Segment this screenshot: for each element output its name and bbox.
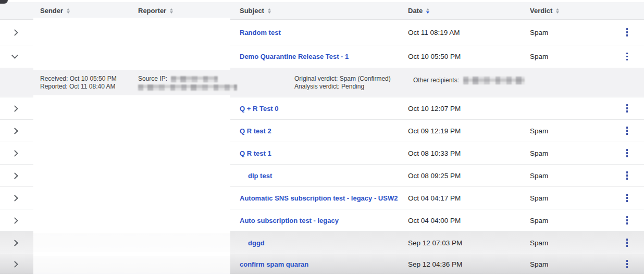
kebab-menu-icon[interactable] bbox=[622, 214, 632, 227]
detail-source-ip-label: Source IP: bbox=[138, 75, 167, 83]
column-header-date[interactable]: Date bbox=[402, 7, 524, 15]
subject-link[interactable]: Q R test 1 bbox=[233, 149, 402, 157]
table-row[interactable]: dggd Sep 12 07:03 PM Spam bbox=[0, 232, 644, 254]
date-value: Oct 11 08:19 AM bbox=[402, 29, 524, 36]
chevron-right-icon[interactable] bbox=[11, 150, 18, 157]
detail-reported: Reported: Oct 11 08:40 AM bbox=[40, 83, 117, 91]
column-header-sender[interactable]: Sender bbox=[31, 7, 132, 15]
redacted-other-recipients bbox=[463, 77, 525, 84]
table-row[interactable]: Q R test 2 Oct 09 12:19 PM Spam bbox=[0, 120, 644, 142]
chevron-right-icon[interactable] bbox=[11, 217, 18, 224]
verdict-value: Spam bbox=[524, 53, 610, 60]
column-label-sender: Sender bbox=[40, 7, 63, 15]
verdict-value: Spam bbox=[524, 172, 610, 180]
chevron-right-icon[interactable] bbox=[11, 195, 18, 202]
table-row-expanded[interactable]: Demo Quarantine Release Test - 1 Oct 10 … bbox=[0, 45, 644, 68]
expanded-detail-panel: Received: Oct 10 05:50 PM Reported: Oct … bbox=[0, 68, 644, 97]
date-value: Oct 08 09:25 PM bbox=[402, 172, 524, 180]
date-value: Oct 10 12:07 PM bbox=[402, 105, 524, 113]
table-row[interactable]: Random test Oct 11 08:19 AM Spam bbox=[0, 20, 644, 45]
sort-icon[interactable] bbox=[556, 8, 559, 14]
date-value: Oct 08 10:33 PM bbox=[402, 149, 524, 157]
verdict-value: Spam bbox=[524, 149, 610, 157]
chevron-right-icon[interactable] bbox=[11, 240, 18, 246]
column-header-subject[interactable]: Subject bbox=[233, 7, 402, 15]
subject-link[interactable]: confirm spam quaran bbox=[233, 260, 402, 268]
table-row[interactable]: confirm spam quaran Sep 12 04:36 PM Spam bbox=[0, 254, 644, 274]
verdict-value: Spam bbox=[524, 194, 610, 202]
chevron-down-icon[interactable] bbox=[11, 52, 18, 59]
column-header-reporter[interactable]: Reporter bbox=[132, 7, 233, 15]
chevron-right-icon[interactable] bbox=[11, 128, 18, 134]
column-header-verdict[interactable]: Verdict bbox=[524, 7, 610, 15]
redacted-source-ip-line2 bbox=[138, 84, 237, 91]
top-strip bbox=[0, 0, 644, 2]
verdict-value: Spam bbox=[524, 29, 610, 36]
subject-link[interactable]: dlp test bbox=[233, 172, 402, 180]
subject-link[interactable]: Q R test 2 bbox=[233, 127, 402, 135]
table-row[interactable]: Automatic SNS subscription test - legacy… bbox=[0, 187, 644, 209]
table-row[interactable]: dlp test Oct 08 09:25 PM Spam bbox=[0, 165, 644, 187]
kebab-menu-icon[interactable] bbox=[622, 124, 632, 138]
detail-original-verdict: Original verdict: Spam (Confirmed) bbox=[294, 75, 391, 83]
subject-link[interactable]: Demo Quarantine Release Test - 1 bbox=[233, 53, 402, 60]
kebab-menu-icon[interactable] bbox=[622, 169, 632, 182]
kebab-menu-icon[interactable] bbox=[622, 50, 632, 64]
column-label-reporter: Reporter bbox=[138, 7, 166, 15]
subject-link[interactable]: Random test bbox=[233, 29, 402, 36]
detail-other-recipients-label: Other recipients: bbox=[413, 77, 459, 84]
date-value: Sep 12 07:03 PM bbox=[402, 239, 524, 247]
kebab-menu-icon[interactable] bbox=[622, 236, 632, 249]
sort-icon-active-desc[interactable] bbox=[426, 8, 429, 14]
date-value: Oct 04 04:00 PM bbox=[402, 217, 524, 224]
kebab-menu-icon[interactable] bbox=[622, 26, 632, 39]
verdict-value: Spam bbox=[524, 260, 610, 268]
chevron-right-icon[interactable] bbox=[11, 261, 18, 268]
verdict-value: Spam bbox=[524, 127, 610, 135]
table-row[interactable]: Auto subscription test - legacy Oct 04 0… bbox=[0, 209, 644, 232]
column-label-date: Date bbox=[408, 7, 423, 15]
date-value: Sep 12 04:36 PM bbox=[402, 260, 524, 268]
subject-link[interactable]: Auto subscription test - legacy bbox=[233, 217, 402, 224]
redacted-source-ip bbox=[171, 76, 218, 82]
chevron-right-icon[interactable] bbox=[11, 29, 18, 36]
sort-icon[interactable] bbox=[268, 8, 271, 14]
verdict-value: Spam bbox=[524, 217, 610, 224]
detail-received: Received: Oct 10 05:50 PM bbox=[40, 75, 117, 83]
date-value: Oct 09 12:19 PM bbox=[402, 127, 524, 135]
sort-icon[interactable] bbox=[67, 8, 70, 14]
subject-link[interactable]: Q + R Test 0 bbox=[233, 105, 402, 113]
table-row[interactable]: Q + R Test 0 Oct 10 12:07 PM bbox=[0, 97, 644, 120]
kebab-menu-icon[interactable] bbox=[622, 146, 632, 160]
chevron-right-icon[interactable] bbox=[11, 172, 18, 179]
sort-icon[interactable] bbox=[170, 8, 173, 14]
chevron-right-icon[interactable] bbox=[11, 105, 18, 112]
kebab-menu-icon[interactable] bbox=[622, 257, 632, 271]
verdict-value: Spam bbox=[524, 239, 610, 247]
column-label-subject: Subject bbox=[240, 7, 264, 15]
detail-analysis-verdict: Analysis verdict: Pending bbox=[294, 83, 391, 91]
column-label-verdict: Verdict bbox=[530, 7, 552, 15]
table-header: Sender Reporter Subject Date Verdict bbox=[0, 2, 644, 20]
kebab-menu-icon[interactable] bbox=[622, 102, 632, 115]
kebab-menu-icon[interactable] bbox=[622, 191, 632, 205]
subject-link[interactable]: Automatic SNS subscription test - legacy… bbox=[233, 194, 402, 202]
table-row[interactable]: Q R test 1 Oct 08 10:33 PM Spam bbox=[0, 142, 644, 165]
date-value: Oct 04 04:17 PM bbox=[402, 194, 524, 202]
date-value: Oct 10 05:50 PM bbox=[402, 53, 524, 60]
subject-link[interactable]: dggd bbox=[233, 239, 402, 247]
